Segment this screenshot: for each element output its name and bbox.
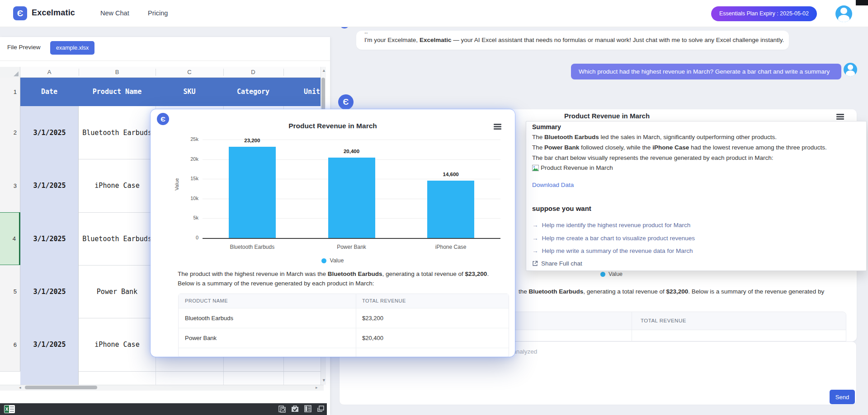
arrow-icon: → [532,247,538,254]
excel-file-icon: X [4,405,15,414]
header-cell-date[interactable]: Date [13,78,85,106]
summary-line-2: The Power Bank followed closely, while t… [532,144,827,151]
y-axis-tick: 5k [177,215,198,220]
scroll-down-icon[interactable]: ▼ [322,378,326,382]
brand-name: Excelmatic [32,8,75,18]
select-all-triangle-icon [14,71,19,76]
y-axis-tick: 0 [177,235,198,240]
cell-date[interactable]: 3/1/2025 [20,159,79,212]
legend-dot-icon [321,258,326,263]
excelmatic-logo-icon[interactable]: Є [13,6,27,20]
cell-product[interactable]: Power Bank [79,265,156,318]
column-letter-D[interactable]: D [235,67,271,78]
summary-popover: Summary The Bluetooth Earbuds led the sa… [526,121,867,271]
row-number[interactable]: 2 [0,106,20,159]
bar-value-label: 14,600 [424,172,478,177]
download-data-link[interactable]: Download Data [532,182,574,188]
screen-corner-artifact [856,0,868,5]
table-divider [356,294,356,357]
clipped-text: .. [364,31,368,35]
nav-link-new-chat[interactable]: New Chat [100,9,129,17]
welcome-message: I'm your Excelmate, Excelmatic — your AI… [364,37,784,43]
column-divider [156,69,156,76]
toolbox-check-icon[interactable] [291,405,300,413]
row-number[interactable]: 4 [0,212,20,265]
image-alt-text: Product Revenue in March [541,164,613,171]
row-number[interactable]: 3 [0,159,20,212]
table-divider [632,312,632,341]
cell-product: Power Bank [185,335,217,341]
x-axis-label: Power Bank [313,244,390,250]
file-preview-label: File Preview [7,44,41,51]
suggestions-heading: suppose you want [532,205,591,212]
profile-avatar[interactable] [835,5,852,22]
column-divider [223,69,224,76]
popup-chart-title: Product Revenue in March [151,122,515,130]
reading-layout-icon[interactable] [304,405,312,413]
nav-link-pricing[interactable]: Pricing [148,9,168,17]
user-avatar[interactable] [844,63,857,76]
y-axis-tick: 15k [177,176,198,181]
horizontal-scroll-thumb[interactable] [25,386,97,389]
column-divider [79,69,79,76]
grid-hline [0,371,20,372]
chart-popup-modal: Є Product Revenue in March Value 25k20k1… [151,109,515,357]
column-divider [283,69,284,76]
column-letter-A[interactable]: A [31,67,67,78]
popup-chart-legend[interactable]: Value [151,257,515,264]
file-tab-example-xlsx[interactable]: example.xlsx [50,41,94,55]
legend-label: Value [609,271,623,277]
row-number[interactable]: 6 [0,318,20,371]
scroll-right-icon[interactable]: ▸ [316,386,318,390]
popup-summary-text: The product with the highest revenue in … [178,269,494,288]
column-header-revenue: TOTAL REVENUE [362,298,406,303]
cell-product: Bluetooth Earbuds [185,315,233,322]
broken-image-line: Product Revenue in March [532,164,613,171]
scroll-up-icon[interactable]: ▲ [322,69,326,73]
scroll-left-icon[interactable]: ◂ [19,386,21,390]
suggestion-link[interactable]: →Help me write a summary of the revenue … [532,247,693,254]
cell-revenue: $23,200 [362,315,383,322]
legend-label: Value [330,257,344,264]
column-header-revenue: TOTAL REVENUE [641,318,686,323]
column-letter-B[interactable]: B [99,67,135,78]
bar-value-label: 23,200 [225,138,279,143]
chart-menu-icon[interactable] [836,114,844,120]
status-bar: X [0,403,327,415]
cell-product[interactable]: Bluetooth Earbuds [79,106,156,159]
suggestion-link[interactable]: →Help me identify the highest revenue pr… [532,222,690,228]
cell-date[interactable]: 3/1/2025 [20,265,79,318]
suggestion-link[interactable]: →Help me create a bar chart to visualize… [532,235,695,242]
cell-date[interactable]: 3/1/2025 [20,106,79,159]
grid-hline [79,371,324,372]
row-number[interactable]: 5 [0,265,20,318]
header-cell-product-name[interactable]: Product Name [81,78,153,106]
popup-chart-menu-icon[interactable] [494,124,501,130]
x-axis-label: iPhone Case [412,244,489,250]
summary-line-1: The Bluetooth Earbuds led the sales in M… [532,134,777,140]
x-axis-line [203,238,500,239]
share-icon [532,261,538,266]
header-cell-unit[interactable]: Unit [276,78,348,106]
app-root: Є .. I'm your Excelmate, Excelmatic — yo… [0,0,868,415]
y-axis-tick: 10k [177,196,198,201]
table-row: Power Bank$20,400 [179,328,509,348]
x-axis-label: Bluetooth Earbuds [214,244,291,250]
share-full-chat-link[interactable]: Share Full chat [532,260,582,267]
cell-date[interactable]: 3/1/2025 [20,318,79,371]
column-letter-C[interactable]: C [171,67,208,78]
chart-legend[interactable]: Value [600,271,623,277]
cell-product[interactable]: iPhone Case [79,318,156,371]
sheet-tab-bar: ‹ › ≡ Sheet1Sheet2Sheet3 + [0,391,330,403]
cell-product[interactable]: Bluetooth Earbuds [79,212,156,265]
switch-windows-icon[interactable] [316,405,325,413]
copy-refresh-icon[interactable] [278,405,287,413]
select-all-cell[interactable] [0,67,20,78]
top-navbar: Є Excelmatic New Chat Pricing Essentials… [0,0,868,27]
divider [0,61,330,61]
send-button[interactable]: Send [830,390,855,404]
cell-product[interactable]: iPhone Case [79,159,156,212]
plan-expiry-badge[interactable]: Essentials Plan Expiry : 2025-05-02 [711,6,817,21]
header-cell-sku[interactable]: SKU [153,78,226,106]
cell-date[interactable]: 3/1/2025 [20,212,79,265]
